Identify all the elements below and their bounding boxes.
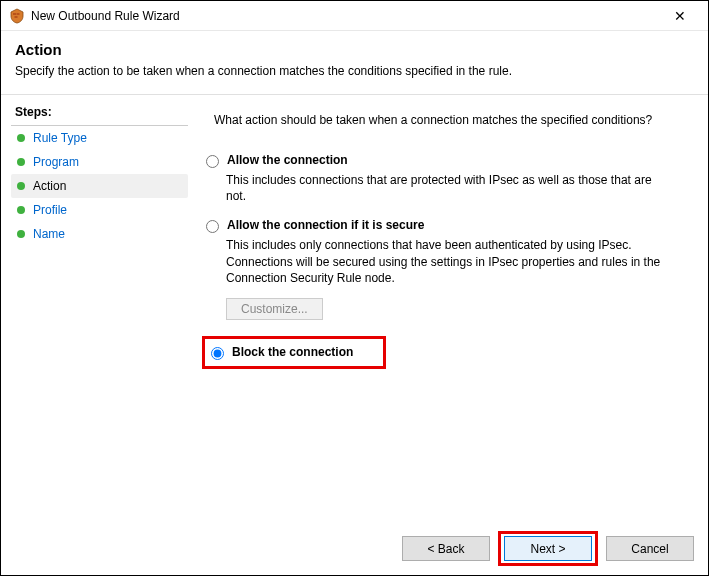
wizard-content: What action should be taken when a conne…: [196, 95, 708, 576]
step-rule-type[interactable]: Rule Type: [11, 126, 188, 150]
svg-rect-1: [17, 13, 20, 15]
titlebar: New Outbound Rule Wizard ✕: [1, 1, 708, 31]
cancel-button[interactable]: Cancel: [606, 536, 694, 561]
bullet-icon: [17, 182, 25, 190]
svg-rect-0: [13, 13, 16, 15]
wizard-buttons: < Back Next > Cancel: [402, 531, 694, 566]
highlight-next-button: Next >: [498, 531, 598, 566]
svg-rect-2: [15, 16, 18, 18]
bullet-icon: [17, 206, 25, 214]
back-button[interactable]: < Back: [402, 536, 490, 561]
bullet-icon: [17, 230, 25, 238]
wizard-header: Action Specify the action to be taken wh…: [1, 31, 708, 90]
option-block-label: Block the connection: [232, 345, 353, 359]
option-allow-label: Allow the connection: [227, 153, 348, 167]
radio-block[interactable]: [211, 347, 224, 360]
option-allow-secure-desc: This includes only connections that have…: [202, 237, 662, 286]
step-label: Rule Type: [33, 131, 87, 145]
step-profile[interactable]: Profile: [11, 198, 188, 222]
step-label: Program: [33, 155, 79, 169]
option-block[interactable]: Block the connection: [207, 343, 353, 362]
customize-button: Customize...: [226, 298, 323, 320]
highlight-block-option: Block the connection: [202, 336, 386, 369]
firewall-icon: [9, 8, 25, 24]
step-name[interactable]: Name: [11, 222, 188, 246]
option-allow[interactable]: Allow the connection: [202, 151, 690, 170]
step-label: Name: [33, 227, 65, 241]
radio-allow-secure[interactable]: [206, 220, 219, 233]
action-prompt: What action should be taken when a conne…: [202, 113, 690, 127]
step-label: Profile: [33, 203, 67, 217]
page-subtext: Specify the action to be taken when a co…: [15, 64, 694, 78]
option-allow-secure-label: Allow the connection if it is secure: [227, 218, 424, 232]
next-button[interactable]: Next >: [504, 536, 592, 561]
bullet-icon: [17, 134, 25, 142]
bullet-icon: [17, 158, 25, 166]
window-title: New Outbound Rule Wizard: [31, 9, 660, 23]
option-allow-desc: This includes connections that are prote…: [202, 172, 662, 204]
option-allow-secure[interactable]: Allow the connection if it is secure: [202, 216, 690, 235]
step-label: Action: [33, 179, 66, 193]
close-icon[interactable]: ✕: [660, 8, 700, 24]
steps-label: Steps:: [11, 103, 188, 126]
steps-sidebar: Steps: Rule Type Program Action Profile …: [1, 95, 196, 576]
radio-allow[interactable]: [206, 155, 219, 168]
step-program[interactable]: Program: [11, 150, 188, 174]
page-heading: Action: [15, 41, 694, 58]
step-action[interactable]: Action: [11, 174, 188, 198]
